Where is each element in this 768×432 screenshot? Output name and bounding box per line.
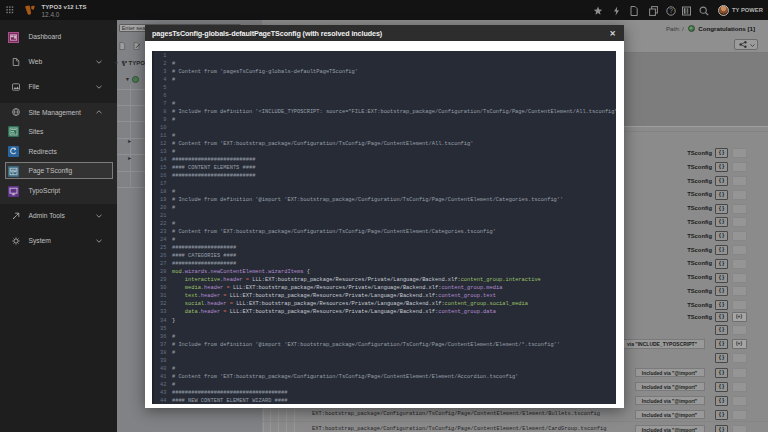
svg-text:?: ? [669,7,673,14]
